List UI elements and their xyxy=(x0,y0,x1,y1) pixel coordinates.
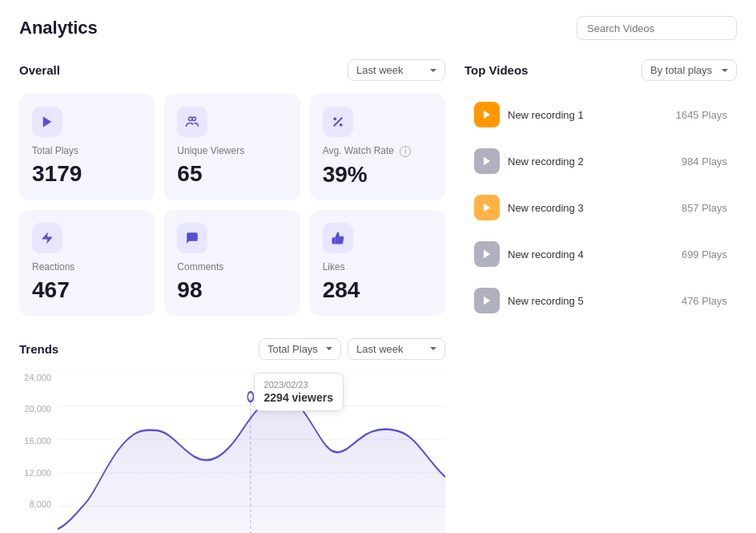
svg-marker-17 xyxy=(484,204,490,212)
page-title: Analytics xyxy=(19,18,98,38)
stat-card-avg-watch-rate: Avg. Watch Rate i 39% xyxy=(310,94,445,200)
chart-svg-area: 2023/02/23 2294 viewers xyxy=(58,373,445,533)
video-item-5[interactable]: New recording 5 476 Plays xyxy=(464,280,737,321)
trends-title: Trends xyxy=(19,342,58,356)
trends-chart: 24,000 20,000 16,000 12,000 8,000 4,000 … xyxy=(19,373,445,533)
y-label-16k: 16,000 xyxy=(16,436,51,446)
video-name-2: New recording 2 xyxy=(508,155,674,168)
video-thumb-3 xyxy=(474,195,500,220)
svg-point-5 xyxy=(333,117,336,120)
stat-icon-likes xyxy=(323,223,353,253)
overall-title: Overall xyxy=(19,63,60,77)
right-panel: Top Videos By total plays By reactions B… xyxy=(464,59,737,533)
video-thumb-4 xyxy=(474,241,500,267)
svg-marker-15 xyxy=(484,111,490,119)
trends-time-filter[interactable]: Last week Last month Last 3 months xyxy=(348,338,445,360)
chart-svg xyxy=(58,373,445,533)
stat-icon-unique-viewers xyxy=(177,107,207,137)
stat-card-unique-viewers: Unique Viewers 65 xyxy=(164,94,300,200)
video-plays-5: 476 Plays xyxy=(682,295,727,307)
stat-icon-total-plays xyxy=(32,107,62,137)
stat-label-unique-viewers: Unique Viewers xyxy=(177,145,287,156)
stat-card-reactions: Reactions 467 xyxy=(19,210,155,316)
stat-value-unique-viewers: 65 xyxy=(177,161,287,187)
video-thumb-5 xyxy=(474,288,500,313)
stat-card-comments: Comments 98 xyxy=(164,210,300,316)
stat-icon-comments xyxy=(177,223,207,253)
video-item-3[interactable]: New recording 3 857 Plays xyxy=(464,187,737,228)
y-label-12k: 12,000 xyxy=(16,468,51,478)
svg-point-6 xyxy=(340,123,343,127)
overall-header: Overall Last week Last month Last 3 mont… xyxy=(19,59,445,81)
top-videos-title: Top Videos xyxy=(464,63,528,77)
svg-point-3 xyxy=(192,117,196,121)
top-videos-sort[interactable]: By total plays By reactions By comments xyxy=(641,59,737,81)
stat-icon-avg-watch-rate xyxy=(323,107,353,137)
video-plays-4: 699 Plays xyxy=(682,248,727,260)
trends-metric-filter[interactable]: Total Plays Reactions Comments xyxy=(259,338,341,360)
video-list: New recording 1 1645 Plays New recording… xyxy=(464,94,737,321)
video-name-3: New recording 3 xyxy=(508,202,674,214)
video-item-2[interactable]: New recording 2 984 Plays xyxy=(464,140,737,182)
video-item-1[interactable]: New recording 1 1645 Plays xyxy=(464,94,737,135)
video-plays-1: 1645 Plays xyxy=(676,109,727,121)
stat-label-reactions: Reactions xyxy=(32,261,142,273)
top-videos-header: Top Videos By total plays By reactions B… xyxy=(464,59,737,81)
stat-label-avg-watch-rate: Avg. Watch Rate i xyxy=(323,145,432,157)
video-name-1: New recording 1 xyxy=(508,109,668,121)
svg-marker-19 xyxy=(484,297,490,305)
svg-marker-1 xyxy=(43,116,52,127)
trends-header: Trends Total Plays Reactions Comments La… xyxy=(19,338,445,360)
stat-value-reactions: 467 xyxy=(32,277,142,303)
svg-marker-18 xyxy=(484,250,490,259)
y-label-20k: 20,000 xyxy=(16,404,51,414)
y-axis: 24,000 20,000 16,000 12,000 8,000 4,000 … xyxy=(19,373,54,533)
svg-marker-16 xyxy=(484,157,490,166)
stat-card-total-plays: Total Plays 3179 xyxy=(19,94,155,200)
video-item-4[interactable]: New recording 4 699 Plays xyxy=(464,233,737,275)
video-name-5: New recording 5 xyxy=(508,295,674,307)
video-plays-3: 857 Plays xyxy=(682,202,727,214)
stat-icon-reactions xyxy=(32,223,62,253)
stat-value-total-plays: 3179 xyxy=(32,161,142,187)
stat-label-comments: Comments xyxy=(177,261,287,273)
search-box[interactable] xyxy=(577,16,737,40)
stat-value-avg-watch-rate: 39% xyxy=(323,162,432,188)
video-thumb-2 xyxy=(474,148,500,174)
stats-grid: Total Plays 3179 Unique Viewers 65 xyxy=(19,94,445,316)
trends-controls: Total Plays Reactions Comments Last week… xyxy=(259,338,445,360)
video-name-4: New recording 4 xyxy=(508,248,674,260)
stat-value-likes: 284 xyxy=(323,277,432,303)
stat-label-likes: Likes xyxy=(323,261,432,273)
video-plays-2: 984 Plays xyxy=(682,155,727,168)
left-panel: Overall Last week Last month Last 3 mont… xyxy=(19,59,445,533)
main-layout: Overall Last week Last month Last 3 mont… xyxy=(19,59,737,533)
stat-value-comments: 98 xyxy=(177,277,287,303)
y-label-24k: 24,000 xyxy=(16,373,51,382)
search-input[interactable] xyxy=(587,22,722,34)
stat-card-likes: Likes 284 xyxy=(310,210,445,316)
y-label-8k: 8,000 xyxy=(16,499,51,509)
page-header: Analytics xyxy=(19,16,737,40)
stat-label-total-plays: Total Plays xyxy=(32,145,142,156)
info-icon-avg-watch-rate: i xyxy=(400,146,411,157)
overall-time-filter[interactable]: Last week Last month Last 3 months xyxy=(348,59,445,81)
trends-section: Trends Total Plays Reactions Comments La… xyxy=(19,338,445,533)
video-thumb-1 xyxy=(474,102,500,127)
